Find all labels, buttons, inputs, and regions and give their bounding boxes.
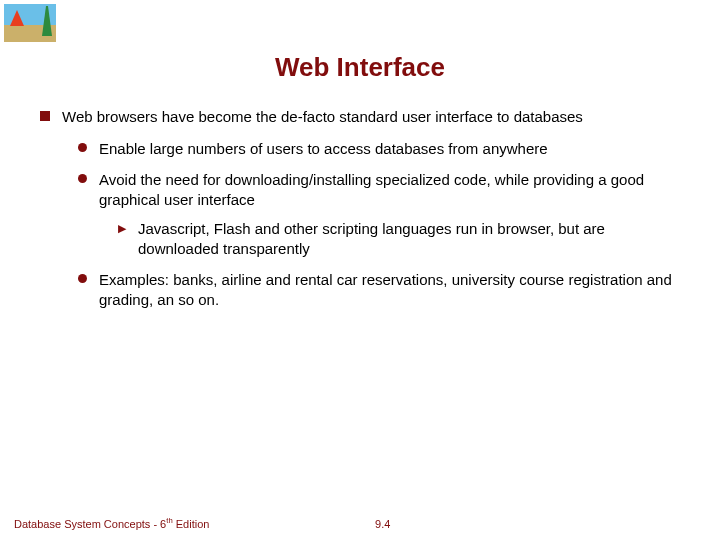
bullet-text: Avoid the need for downloading/installin… [99,170,680,209]
bullet-text: Web browsers have become the de-facto st… [62,107,583,127]
bullet-level3: ▶ Javascript, Flash and other scripting … [118,219,680,258]
logo-image [4,4,56,42]
slide-footer: Database System Concepts - 6th Edition 9… [0,516,720,530]
bullet-text: Enable large numbers of users to access … [99,139,548,159]
slide-title: Web Interface [0,38,720,107]
circle-bullet-icon [78,274,87,283]
circle-bullet-icon [78,174,87,183]
bullet-level2: Avoid the need for downloading/installin… [78,170,680,209]
slide-content: Web browsers have become the de-facto st… [0,107,720,309]
footer-left-prefix: Database System Concepts - 6 [14,518,166,530]
arrow-bullet-icon: ▶ [118,222,126,235]
footer-left-suffix: Edition [173,518,210,530]
footer-left: Database System Concepts - 6th Edition [14,516,209,530]
bullet-level2: Examples: banks, airline and rental car … [78,270,680,309]
bullet-level2: Enable large numbers of users to access … [78,139,680,159]
bullet-text: Javascript, Flash and other scripting la… [138,219,680,258]
footer-center: 9.4 [375,518,390,530]
bullet-text: Examples: banks, airline and rental car … [99,270,680,309]
bullet-level1: Web browsers have become the de-facto st… [40,107,680,127]
circle-bullet-icon [78,143,87,152]
square-bullet-icon [40,111,50,121]
